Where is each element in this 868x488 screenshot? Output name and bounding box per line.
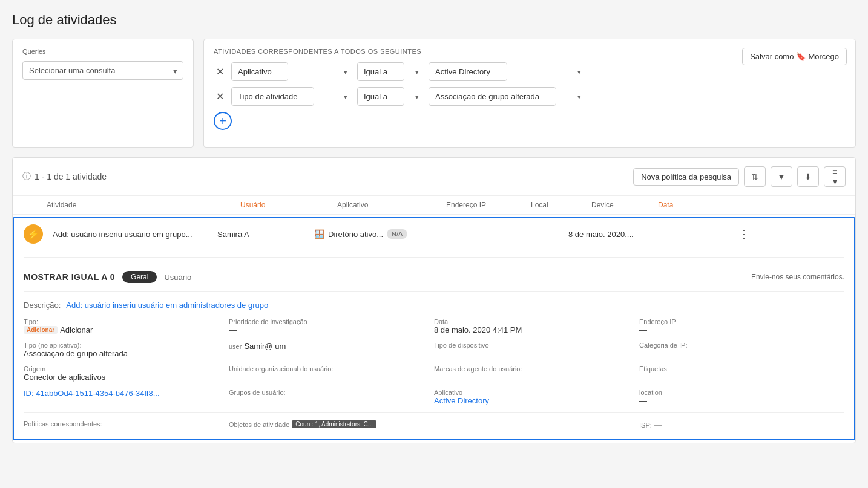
queries-select[interactable]: Selecionar uma consulta [22,61,183,80]
results-count: ⓘ 1 - 1 de 1 atividade [22,171,107,182]
user-label-row: user Samir@ um [229,342,434,351]
user-item: user Samir@ um [229,342,434,358]
filter2-operator-wrap[interactable]: Igual a [357,87,424,106]
download-button[interactable]: ⬇ [797,166,819,187]
isp-item: ISP: — [639,420,844,429]
header-endereco-ip: Endereço IP [446,201,531,209]
more-icon: ⋮ [738,228,749,240]
filter-button[interactable]: ▼ [771,166,792,187]
queries-select-wrapper[interactable]: Selecionar uma consulta [22,61,183,80]
menu-icon: ≡ ▾ [830,167,839,186]
politicas-item: Políticas correspondentes: [24,420,229,429]
results-actions: Nova política da pesquisa ⇅ ▼ ⬇ ≡ ▾ [633,166,846,187]
objetos-badge[interactable]: Count: 1, Administrators, C... [292,420,376,428]
header-data: Data [658,201,755,209]
tipo-item: Tipo: Adicionar Adicionar [24,318,229,334]
prioridade-label: Prioridade de investigação [229,318,434,325]
detail-grid-1: Tipo: Adicionar Adicionar Prioridade de … [24,318,844,334]
filter-row-2: ✕ Tipo de atividade Igual a Associação d… [214,87,846,106]
filter2-operator-select[interactable]: Igual a [357,87,404,106]
sort-icon: ⇅ [751,172,758,181]
remove-filter-2-button[interactable]: ✕ [214,91,226,103]
filter1-operator-wrap[interactable]: Igual a [357,62,424,81]
lightning-icon: ⚡ [27,229,39,240]
detail-grid-2: Tipo (no aplicativo): Associação de grup… [24,342,844,358]
filter1-operator-select[interactable]: Igual a [357,62,404,81]
queries-panel: Queries Selecionar uma consulta [12,39,194,148]
data-value: 8 de maio. 2020 4:41 PM [434,325,639,334]
grupos-label: Grupos de usuário: [229,389,434,396]
categoria-ip-item: Categoria de IP: — [639,342,844,358]
feedback-link[interactable]: Envie-nos seus comentários. [751,273,844,281]
filter2-value-wrap[interactable]: Associação de grupo alterada [429,87,586,106]
filter1-field-select[interactable]: Aplicativo [231,62,288,81]
isp-row: ISP: — [639,420,844,429]
etiquetas-item: Etiquetas [639,365,844,382]
marcas-label: Marcas de agente do usuário: [434,365,639,373]
header-aplicativo: Aplicativo [337,201,446,209]
tipo-aplicativo-item: Tipo (no aplicativo): Associação de grup… [24,342,229,358]
desc-label: Descrição: [24,301,61,310]
tipo-badge: Adicionar [24,326,58,334]
unidade-item: Unidade organizacional do usuário: [229,365,434,382]
filter2-field-wrap[interactable]: Tipo de atividade [231,87,352,106]
prioridade-item: Prioridade de investigação — [229,318,434,334]
new-policy-button[interactable]: Nova política da pesquisa [633,168,739,186]
remove-filter-1-button[interactable]: ✕ [214,66,226,78]
categoria-ip-value: — [639,349,844,358]
tipo-dispositivo-item: Tipo de dispositivo [434,342,639,358]
more-options-button[interactable]: ⋮ [732,226,756,242]
detail-header: MOSTRAR IGUAL A 0 Geral Usuário Envie-no… [24,265,844,292]
add-filter-button[interactable]: + [214,112,232,130]
results-header: ⓘ 1 - 1 de 1 atividade Nova política da … [13,158,855,196]
tipo-value-row: Adicionar Adicionar [24,325,229,334]
tipo-dispositivo-label: Tipo de dispositivo [434,342,639,349]
location-label: location [639,389,844,396]
device-text: — [508,230,568,239]
filter2-value-select[interactable]: Associação de grupo alterada [429,87,556,106]
filter2-field-select[interactable]: Tipo de atividade [231,87,314,106]
objetos-item: Objetos de atividade Count: 1, Administr… [229,420,434,429]
download-icon: ⬇ [804,172,812,181]
ip-badge: N/A [387,229,407,239]
plus-icon: + [219,115,226,127]
page-title: Log de atividades [12,12,856,28]
tipo-aplicativo-value: Associação de grupo alterada [24,349,229,358]
filter1-value-wrap[interactable]: Active Directory [429,62,586,81]
unidade-label: Unidade organizacional do usuário: [229,365,434,373]
menu-button[interactable]: ≡ ▾ [824,166,846,187]
origem-label: Origem [24,365,229,373]
desc-row: Descrição: Add: usuário inseriu usuário … [24,301,844,310]
table-row-main[interactable]: ⚡ Add: usuário inseriu usuário em grupo.… [14,218,854,250]
user-value: Samir@ um [244,342,286,351]
geral-tab[interactable]: Geral [122,271,157,283]
aplicativo-detail-item: Aplicativo Active Directory [434,389,639,405]
activity-text: Add: usuário inseriu usuário em grupo... [48,230,217,239]
objetos-label: Objetos de atividade [229,421,289,428]
desc-value: Add: usuário inseriu usuário em administ… [66,301,268,310]
filter-icon: ▼ [777,172,786,181]
origem-value: Conector de aplicativos [24,373,229,382]
top-section: Queries Selecionar uma consulta ATIVIDAD… [12,39,856,148]
count-text: 1 - 1 de 1 atividade [35,172,107,181]
prioridade-value: — [229,325,434,334]
table-row[interactable]: ⚡ Add: usuário inseriu usuário em grupo.… [13,217,855,440]
usuario-tab[interactable]: Usuário [164,273,191,282]
table-headers: Atividade Usuário Aplicativo Endereço IP… [13,196,855,215]
user-text: Samira A [217,230,314,239]
endereco-ip-value: — [639,325,844,334]
data-label: Data [434,318,639,325]
queries-label: Queries [22,48,183,55]
tipo-aplicativo-label: Tipo (no aplicativo): [24,342,229,349]
activity-icon: ⚡ [24,224,43,244]
filter1-field-wrap[interactable]: Aplicativo [231,62,352,81]
main-page: Log de atividades Queries Selecionar uma… [0,0,868,488]
isp-value: — [654,420,662,429]
sort-button[interactable]: ⇅ [744,166,766,187]
header-device: Device [591,201,658,209]
save-button[interactable]: Salvar como 🔖 Morcego [742,48,847,65]
id-value: ID: 41abbOd4-1511-4354-b476-34ff8... [24,389,229,398]
id-item: ID: 41abbOd4-1511-4354-b476-34ff8... [24,389,229,405]
filter1-value-select[interactable]: Active Directory [429,62,507,81]
date-text: 8 de maio. 2020.... [568,230,635,239]
